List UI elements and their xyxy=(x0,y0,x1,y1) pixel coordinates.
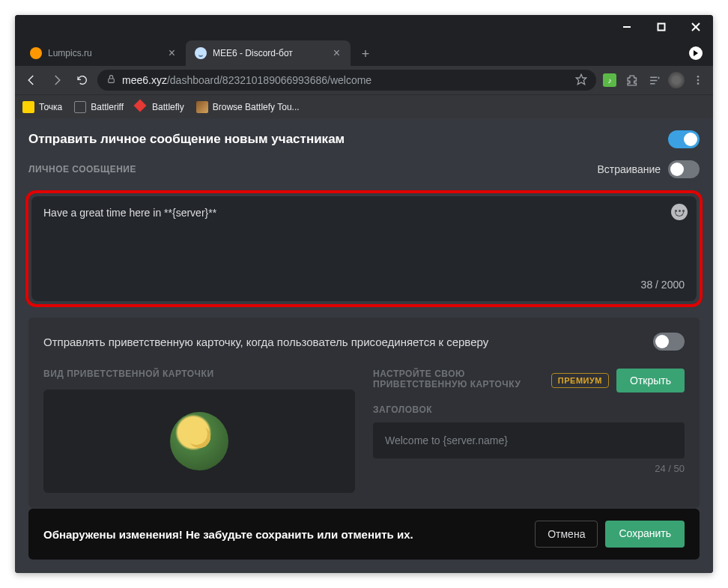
url-field[interactable]: mee6.xyz/dashboard/823210189066993686/we… xyxy=(97,70,596,91)
title-field-label: ЗАГОЛОВОК xyxy=(373,404,685,415)
open-button[interactable]: Открыть xyxy=(616,369,685,392)
browser-window: Lumpics.ru × MEE6 - Discord-бот × + mee6… xyxy=(15,15,713,573)
svg-marker-6 xyxy=(576,74,586,84)
title-input[interactable]: Welcome to {server.name} xyxy=(373,422,685,458)
svg-point-10 xyxy=(697,76,700,78)
card-toggle[interactable] xyxy=(653,333,685,351)
nav-reload-button[interactable] xyxy=(72,70,93,91)
window-titlebar xyxy=(15,15,713,39)
tab-title: MEE6 - Discord-бот xyxy=(213,48,326,58)
bookmark-item[interactable]: Battleriff xyxy=(74,101,124,113)
card-preview xyxy=(43,390,355,493)
message-counter: 38 / 2000 xyxy=(641,279,685,291)
message-content: Have a great time here in **{server}** xyxy=(43,207,685,219)
pm-subhead-label: ЛИЧНОЕ СООБЩЕНИЕ xyxy=(28,164,136,175)
profile-avatar[interactable] xyxy=(668,72,685,88)
bookmark-star-icon[interactable] xyxy=(575,73,587,88)
card-columns: ВИД ПРИВЕТСТВЕННОЙ КАРТОЧКИ НАСТРОЙТЕ СВ… xyxy=(43,369,685,493)
menu-button[interactable] xyxy=(689,71,707,89)
tab-media-icon[interactable] xyxy=(689,46,703,60)
svg-rect-1 xyxy=(658,24,665,31)
tab-lumpics[interactable]: Lumpics.ru × xyxy=(21,40,186,66)
new-tab-button[interactable]: + xyxy=(355,43,376,64)
extension-music-icon[interactable]: ♪ xyxy=(601,71,619,89)
card-preview-column: ВИД ПРИВЕТСТВЕННОЙ КАРТОЧКИ xyxy=(43,369,355,493)
embed-label: Встраивание xyxy=(597,163,661,175)
reading-list-icon[interactable] xyxy=(646,71,664,89)
message-textarea[interactable]: Have a great time here in **{server}** 3… xyxy=(31,196,697,301)
unsaved-changes-bar: Обнаружены изменения! Не забудьте сохран… xyxy=(28,509,700,560)
bookmark-favicon xyxy=(74,101,86,113)
nav-forward-button[interactable] xyxy=(46,70,67,91)
pm-header: Отправить личное сообщение новым участни… xyxy=(15,118,713,160)
tab-close-button[interactable]: × xyxy=(332,46,342,61)
bookmark-label: Battlefly xyxy=(152,102,184,112)
embed-toggle[interactable] xyxy=(668,160,700,178)
svg-rect-5 xyxy=(109,79,115,82)
page-content: Отправить личное сообщение новым участни… xyxy=(15,118,713,573)
pm-subheader: ЛИЧНОЕ СООБЩЕНИЕ Встраивание xyxy=(15,160,713,184)
title-input-value: Welcome to {server.name} xyxy=(385,434,508,446)
pm-toggle[interactable] xyxy=(668,130,700,148)
window-maximize-button[interactable] xyxy=(644,15,679,39)
nav-back-button[interactable] xyxy=(21,70,42,91)
favicon-icon xyxy=(195,47,207,59)
unsaved-text: Обнаружены изменения! Не забудьте сохран… xyxy=(43,528,413,541)
card-header: Отправлять приветственную карточку, когд… xyxy=(43,333,685,351)
premium-badge: ПРЕМИУМ xyxy=(551,373,609,388)
bookmark-favicon xyxy=(136,101,148,113)
extensions-button[interactable] xyxy=(623,71,641,89)
bookmark-item[interactable]: Точка xyxy=(22,101,62,113)
emoji-button[interactable] xyxy=(671,204,688,220)
settings-heading: НАСТРОЙТЕ СВОЮ ПРИВЕТСТВЕННУЮ КАРТОЧКУ xyxy=(373,369,542,390)
message-highlight: Have a great time here in **{server}** 3… xyxy=(25,190,703,307)
cancel-button[interactable]: Отмена xyxy=(535,521,598,548)
lock-icon xyxy=(106,74,116,86)
bookmark-label: Точка xyxy=(39,102,62,112)
favicon-icon xyxy=(30,47,42,59)
preview-heading: ВИД ПРИВЕТСТВЕННОЙ КАРТОЧКИ xyxy=(43,369,355,379)
bookmark-label: Browse Battlefy Tou... xyxy=(213,102,300,112)
tab-close-button[interactable]: × xyxy=(167,46,177,61)
svg-marker-4 xyxy=(694,50,698,56)
bookmark-item[interactable]: Battlefly xyxy=(136,101,184,113)
url-text: mee6.xyz/dashboard/823210189066993686/we… xyxy=(122,74,569,86)
bookmarks-bar: Точка Battleriff Battlefly Browse Battle… xyxy=(15,94,713,118)
welcome-card-section: Отправлять приветственную карточку, когд… xyxy=(28,318,700,508)
tab-mee6[interactable]: MEE6 - Discord-бот × xyxy=(186,40,351,66)
window-minimize-button[interactable] xyxy=(610,15,644,39)
card-title: Отправлять приветственную карточку, когд… xyxy=(43,336,488,348)
save-button[interactable]: Сохранить xyxy=(605,521,685,548)
svg-point-11 xyxy=(697,79,700,82)
pm-title: Отправить личное сообщение новым участни… xyxy=(28,132,345,147)
bookmark-favicon xyxy=(196,101,208,113)
title-counter: 24 / 50 xyxy=(373,463,685,474)
address-bar: mee6.xyz/dashboard/823210189066993686/we… xyxy=(15,66,713,94)
bookmark-favicon xyxy=(22,101,34,113)
bookmark-label: Battleriff xyxy=(91,102,124,112)
svg-point-12 xyxy=(697,82,700,85)
window-close-button[interactable] xyxy=(679,15,713,39)
tab-title: Lumpics.ru xyxy=(48,48,161,58)
bookmark-item[interactable]: Browse Battlefy Tou... xyxy=(196,101,300,113)
preview-avatar xyxy=(170,412,228,470)
tab-strip: Lumpics.ru × MEE6 - Discord-бот × + xyxy=(15,39,713,66)
card-settings-column: НАСТРОЙТЕ СВОЮ ПРИВЕТСТВЕННУЮ КАРТОЧКУ П… xyxy=(373,369,685,493)
